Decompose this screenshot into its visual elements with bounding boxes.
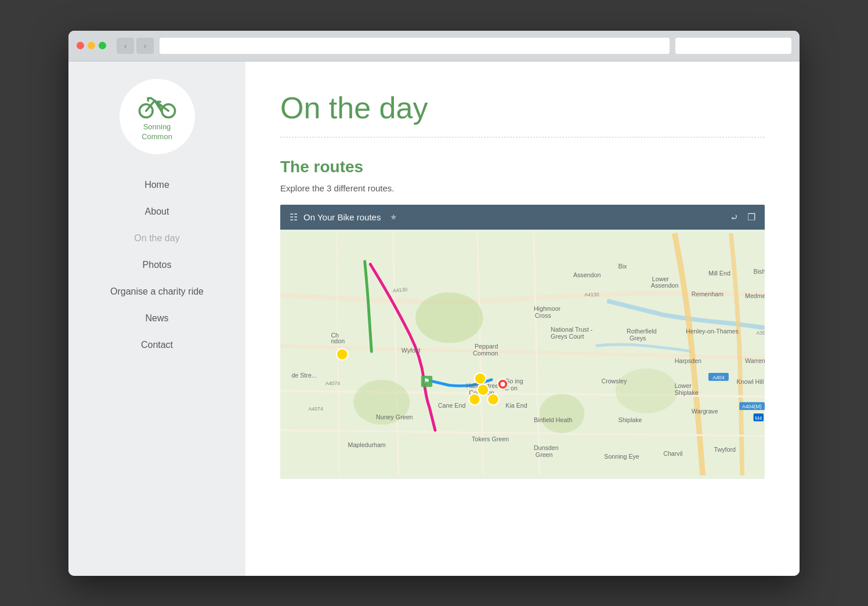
svg-text:Common: Common: [473, 349, 498, 356]
svg-text:Greys: Greys: [630, 334, 646, 341]
svg-text:Charvil: Charvil: [663, 449, 682, 456]
nav-item-home[interactable]: Home: [68, 172, 245, 198]
forward-button[interactable]: ›: [136, 38, 154, 54]
map-header-left: ☷ On Your Bike routes ★: [290, 212, 397, 223]
svg-text:Peppard: Peppard: [475, 343, 498, 350]
map-header-right: ⤾ ❐: [730, 212, 755, 223]
svg-text:Sonning Eye: Sonning Eye: [604, 452, 639, 459]
svg-text:⚑: ⚑: [424, 377, 430, 384]
maximize-button[interactable]: [99, 42, 106, 49]
svg-text:A4130: A4130: [584, 291, 599, 297]
svg-text:Remenham: Remenham: [692, 290, 724, 297]
svg-text:Lower: Lower: [675, 382, 692, 389]
close-button[interactable]: [77, 42, 84, 49]
map-share-icon[interactable]: ⤾: [730, 212, 738, 223]
svg-point-80: [478, 384, 489, 395]
svg-text:Twyford: Twyford: [714, 445, 736, 452]
svg-text:M4: M4: [755, 415, 762, 420]
svg-text:Mapledurham: Mapledurham: [348, 441, 386, 448]
svg-text:Lower: Lower: [652, 275, 670, 282]
sidebar: Sonning Common Home About On the day Pho…: [68, 61, 245, 576]
svg-text:Warren Row: Warren Row: [745, 357, 765, 364]
svg-text:ndon: ndon: [331, 337, 345, 344]
address-bar[interactable]: [160, 38, 670, 54]
svg-text:Assendon: Assendon: [651, 282, 679, 289]
svg-point-19: [540, 393, 585, 433]
section-divider: [280, 137, 765, 137]
svg-text:de Stre...: de Stre...: [291, 371, 316, 378]
logo: Sonning Common: [120, 79, 195, 154]
nav-item-organise[interactable]: Organise a charity ride: [68, 278, 245, 305]
svg-text:Binfield Heath: Binfield Heath: [534, 416, 573, 423]
nav-item-news[interactable]: News: [68, 305, 245, 332]
svg-text:Dunsden: Dunsden: [534, 444, 559, 451]
browser-content: Sonning Common Home About On the day Pho…: [68, 61, 800, 576]
main-content: On the day The routes Explore the 3 diff…: [245, 61, 800, 576]
svg-point-82: [487, 393, 498, 404]
map-fullscreen-icon[interactable]: ❐: [747, 212, 755, 223]
svg-text:A4074: A4074: [326, 380, 340, 386]
svg-text:Knowl Hill: Knowl Hill: [736, 378, 764, 385]
svg-text:Shiplake: Shiplake: [675, 389, 699, 395]
svg-point-85: [337, 349, 348, 360]
routes-title: The routes: [280, 158, 765, 176]
map-area[interactable]: Assendon Bix Lower Assendon Mill End Bis…: [280, 230, 765, 479]
svg-text:A404(M): A404(M): [742, 404, 762, 409]
map-title: On Your Bike routes: [303, 212, 381, 222]
svg-text:Mill End: Mill End: [708, 270, 730, 277]
svg-text:Bisham: Bisham: [754, 268, 765, 275]
minimize-button[interactable]: [88, 42, 95, 49]
browser-window: ‹ ›: [68, 31, 800, 576]
svg-text:Tokers Green: Tokers Green: [472, 436, 509, 442]
svg-text:Medmenham: Medmenham: [745, 292, 765, 299]
page-title: On the day: [280, 90, 765, 125]
svg-point-20: [616, 368, 678, 413]
map-container: ☷ On Your Bike routes ★ ⤾ ❐: [280, 205, 765, 479]
browser-nav: ‹ ›: [117, 38, 154, 54]
nav-item-on-the-day[interactable]: On the day: [68, 225, 245, 252]
svg-point-79: [475, 373, 486, 384]
back-button[interactable]: ‹: [117, 38, 134, 54]
svg-text:Rotherfield: Rotherfield: [627, 328, 657, 335]
map-star-icon[interactable]: ★: [390, 212, 397, 222]
svg-text:Green: Green: [536, 451, 553, 458]
svg-text:Shiplake: Shiplake: [619, 416, 642, 423]
svg-text:Nuney Green: Nuney Green: [376, 413, 413, 420]
traffic-lights: [77, 42, 106, 49]
nav-menu: Home About On the day Photos Organise a …: [68, 172, 245, 358]
nav-item-photos[interactable]: Photos: [68, 252, 245, 278]
routes-description: Explore the 3 different routes.: [280, 183, 765, 193]
svg-text:A4074: A4074: [309, 406, 323, 412]
svg-text:Kia End: Kia End: [505, 402, 527, 409]
map-header: ☷ On Your Bike routes ★ ⤾ ❐: [280, 205, 765, 230]
svg-text:Greys Court: Greys Court: [551, 332, 584, 339]
svg-point-81: [469, 393, 480, 404]
map-svg: Assendon Bix Lower Assendon Mill End Bis…: [280, 230, 765, 479]
nav-item-about[interactable]: About: [68, 198, 245, 225]
svg-text:Assendon: Assendon: [573, 271, 601, 278]
logo-icon: [137, 91, 178, 120]
svg-text:Harpsden: Harpsden: [675, 357, 701, 364]
svg-text:Henley-on-Thames: Henley-on-Thames: [686, 328, 739, 335]
svg-text:A308: A308: [756, 330, 765, 336]
svg-text:Highmoor: Highmoor: [534, 305, 561, 312]
svg-text:Bix: Bix: [619, 263, 627, 270]
nav-item-contact[interactable]: Contact: [68, 332, 245, 358]
svg-text:A404: A404: [713, 374, 725, 380]
svg-text:Crowsley: Crowsley: [601, 378, 627, 384]
browser-chrome: ‹ ›: [68, 31, 800, 61]
svg-text:Cross: Cross: [535, 311, 551, 318]
svg-line-8: [158, 103, 161, 111]
svg-text:Wargrave: Wargrave: [692, 407, 718, 414]
map-grid-icon[interactable]: ☷: [290, 212, 298, 223]
svg-point-17: [415, 292, 483, 343]
logo-text: Sonning Common: [142, 122, 172, 142]
svg-text:Wyfold: Wyfold: [402, 347, 421, 354]
search-bar[interactable]: [675, 38, 791, 54]
svg-text:Cane End: Cane End: [438, 402, 466, 409]
svg-point-84: [501, 382, 505, 386]
svg-text:National Trust -: National Trust -: [551, 326, 593, 333]
